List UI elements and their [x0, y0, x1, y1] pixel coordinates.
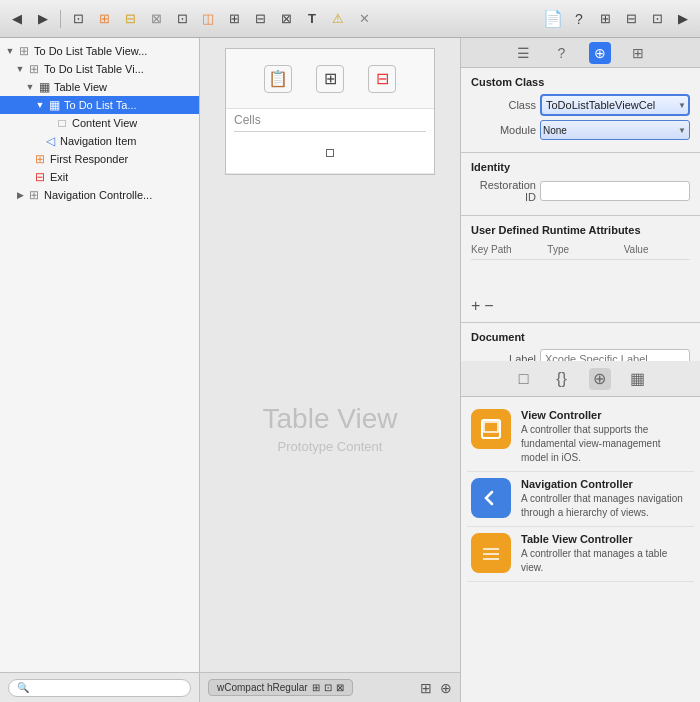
toolbar-grid-btn[interactable]: ⊞ — [594, 8, 616, 30]
toolbar-link-btn[interactable]: ⊟ — [620, 8, 642, 30]
tree-item-todotableview[interactable]: ▼ ⊞ To Do List Table Vi... — [0, 60, 199, 78]
lib-icon-nc — [471, 478, 511, 518]
module-select-wrapper: None ▼ — [540, 120, 690, 140]
restoration-id-input[interactable] — [540, 181, 690, 201]
lib-text-vc: View Controller A controller that suppor… — [521, 409, 690, 465]
toolbar-btn-2[interactable]: ⊞ — [93, 8, 115, 30]
toolbar-btn-text[interactable]: T — [301, 8, 323, 30]
lib-desc-tvc: A controller that manages a table view. — [521, 547, 690, 575]
tree-item-firstresponder[interactable]: ⊞ First Responder — [0, 150, 199, 168]
col-key-path: Key Path — [471, 244, 537, 255]
device-icon-3[interactable]: ⊟ — [368, 65, 396, 93]
arrow-tableview: ▼ — [24, 82, 36, 92]
toolbar-play-btn[interactable]: ▶ — [672, 8, 694, 30]
device-header: 📋 ⊞ ⊟ — [226, 49, 434, 109]
lib-tab-code[interactable]: {} — [551, 368, 573, 390]
bottom-segment[interactable]: wCompact hRegular ⊞ ⊡ ⊠ — [208, 679, 353, 696]
bottom-zoom-icon[interactable]: ⊕ — [440, 680, 452, 696]
back-button[interactable]: ◀ — [6, 8, 28, 30]
lib-desc-vc: A controller that supports the fundament… — [521, 423, 690, 465]
lib-title-nc: Navigation Controller — [521, 478, 690, 490]
device-frame-top: 📋 ⊞ ⊟ Cells — [225, 48, 435, 175]
lib-title-vc: View Controller — [521, 409, 690, 421]
inspector-body: Custom Class Class ToDoListTableViewCel … — [461, 68, 700, 361]
label-contentview: Content View — [72, 117, 137, 129]
lib-tab-media[interactable]: ▦ — [627, 368, 649, 390]
lib-icon-vc — [471, 409, 511, 449]
tree-item-contentview[interactable]: □ Content View — [0, 114, 199, 132]
doc-label-label: Label — [471, 353, 536, 361]
toolbar-btn-8[interactable]: ⊟ — [249, 8, 271, 30]
lib-tab-file[interactable]: □ — [513, 368, 535, 390]
insp-tab-identity[interactable]: ⊕ — [589, 42, 611, 64]
icon-exit: ⊟ — [32, 169, 48, 185]
remove-attribute-btn[interactable]: − — [484, 298, 493, 314]
toolbar-btn-3[interactable]: ⊟ — [119, 8, 141, 30]
tvc-icon-svg — [479, 541, 503, 565]
toolbar-share-btn[interactable]: ⊡ — [646, 8, 668, 30]
icon-firstresponder: ⊞ — [32, 151, 48, 167]
lib-text-nc: Navigation Controller A controller that … — [521, 478, 690, 520]
lib-item-tvc[interactable]: Table View Controller A controller that … — [467, 527, 694, 582]
toolbar-help-btn[interactable]: ? — [568, 8, 590, 30]
custom-class-title: Custom Class — [471, 76, 690, 88]
device-icon-2[interactable]: ⊞ — [316, 65, 344, 93]
document-title: Document — [471, 331, 690, 343]
prototype-content-text: Prototype Content — [278, 439, 383, 454]
label-todolisttable: To Do List Ta... — [64, 99, 137, 111]
lib-item-nc[interactable]: Navigation Controller A controller that … — [467, 472, 694, 527]
insp-tab-file[interactable]: ☰ — [513, 42, 535, 64]
icon-navitem: ◁ — [42, 133, 58, 149]
library-tabs: □ {} ⊕ ▦ — [461, 361, 700, 397]
insp-tab-quick[interactable]: ? — [551, 42, 573, 64]
inspector-tabs: ☰ ? ⊕ ⊞ — [461, 38, 700, 68]
label-root: To Do List Table View... — [34, 45, 147, 57]
class-select[interactable]: ToDoListTableViewCel — [540, 94, 690, 116]
tree-item-navitem[interactable]: ◁ Navigation Item — [0, 132, 199, 150]
custom-class-section: Custom Class Class ToDoListTableViewCel … — [461, 68, 700, 153]
toolbar-btn-5[interactable]: ⊡ — [171, 8, 193, 30]
cell-resize-handle[interactable] — [326, 149, 334, 157]
lib-tab-objects[interactable]: ⊕ — [589, 368, 611, 390]
device-icon-1[interactable]: 📋 — [264, 65, 292, 93]
main-content: ▼ ⊞ To Do List Table View... ▼ ⊞ To Do L… — [0, 38, 700, 702]
toolbar-btn-6[interactable]: ◫ — [197, 8, 219, 30]
tree-item-navctrl[interactable]: ▶ ⊞ Navigation Controlle... — [0, 186, 199, 204]
toolbar-btn-close[interactable]: ✕ — [353, 8, 375, 30]
cell-row-1 — [226, 132, 434, 174]
tree-item-tableview[interactable]: ▼ ▦ Table View — [0, 78, 199, 96]
add-attribute-btn[interactable]: + — [471, 298, 480, 314]
library-items: View Controller A controller that suppor… — [461, 397, 700, 702]
label-tableview: Table View — [54, 81, 107, 93]
document-tree: ▼ ⊞ To Do List Table View... ▼ ⊞ To Do L… — [0, 38, 199, 672]
toolbar-btn-warning[interactable]: ⚠ — [327, 8, 349, 30]
bottom-grid-icon[interactable]: ⊞ — [420, 680, 432, 696]
lib-title-tvc: Table View Controller — [521, 533, 690, 545]
arrow-todolisttable: ▼ — [34, 100, 46, 110]
forward-button[interactable]: ▶ — [32, 8, 54, 30]
insp-tab-attr[interactable]: ⊞ — [627, 42, 649, 64]
lib-item-vc[interactable]: View Controller A controller that suppor… — [467, 403, 694, 472]
toolbar-file-btn[interactable]: 📄 — [542, 8, 564, 30]
toolbar-btn-4[interactable]: ⊠ — [145, 8, 167, 30]
toolbar-btn-9[interactable]: ⊠ — [275, 8, 297, 30]
tree-item-root[interactable]: ▼ ⊞ To Do List Table View... — [0, 42, 199, 60]
tree-item-exit[interactable]: ⊟ Exit — [0, 168, 199, 186]
arrow-root: ▼ — [4, 46, 16, 56]
icon-todolisttable: ▦ — [46, 97, 62, 113]
icon-tableview: ▦ — [36, 79, 52, 95]
table-view-text: Table View — [263, 403, 398, 435]
tree-item-todolisttable[interactable]: ▼ ▦ To Do List Ta... — [0, 96, 199, 114]
user-defined-empty — [471, 264, 690, 294]
label-navitem: Navigation Item — [60, 135, 136, 147]
identity-section: Identity Restoration ID — [461, 153, 700, 216]
tree-search-input[interactable] — [8, 679, 191, 697]
module-select[interactable]: None — [540, 120, 690, 140]
class-label: Class — [471, 99, 536, 111]
icon-contentview: □ — [54, 115, 70, 131]
toolbar-btn-1[interactable]: ⊡ — [67, 8, 89, 30]
doc-label-input[interactable] — [540, 349, 690, 361]
toolbar: ◀ ▶ ⊡ ⊞ ⊟ ⊠ ⊡ ◫ ⊞ ⊟ ⊠ T ⚠ ✕ 📄 ? ⊞ ⊟ ⊡ ▶ — [0, 0, 700, 38]
module-label: Module — [471, 124, 536, 136]
toolbar-btn-7[interactable]: ⊞ — [223, 8, 245, 30]
